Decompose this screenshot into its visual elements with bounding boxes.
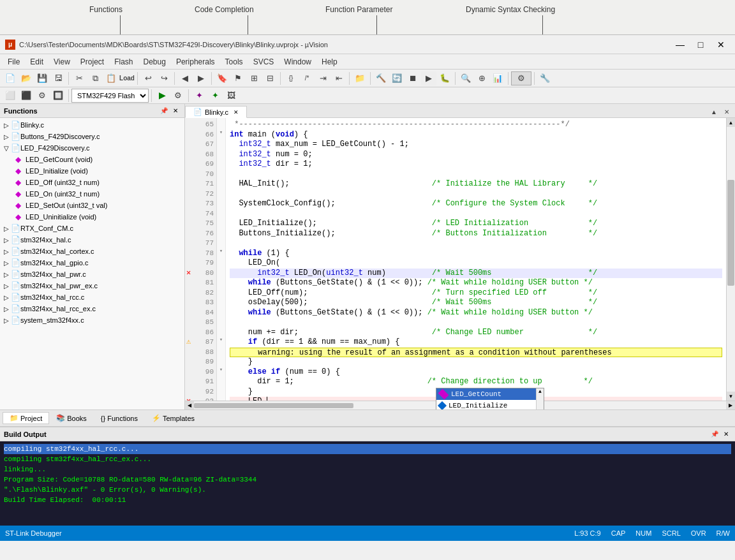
scroll-right-btn[interactable]: ▶	[726, 401, 735, 410]
zoom-btn[interactable]: 🔍	[458, 71, 473, 85]
expand-led[interactable]: ▽	[3, 144, 10, 152]
tree-item-led-getcount[interactable]: ◆ LED_GetCount (void)	[0, 154, 184, 165]
ac-item-led-getcount[interactable]: LED_GetCount	[436, 388, 544, 400]
rebuild-btn[interactable]: 🔄	[389, 71, 405, 85]
tree-item-led-on[interactable]: ◆ LED_On (uint32_t num)	[0, 188, 184, 200]
expand-hal-cortex[interactable]: ▷	[3, 247, 10, 255]
panel-pin-btn[interactable]: 📌	[159, 106, 169, 116]
editor-nav-up[interactable]: ▲	[708, 106, 720, 117]
indent-btn[interactable]: ⇥	[315, 71, 330, 85]
expand-hal-rcc[interactable]: ▷	[3, 293, 10, 301]
scroll-down-btn[interactable]: ▼	[727, 392, 735, 401]
build-content[interactable]: compiling stm32f4xx_hal_rcc.c... compili…	[0, 441, 735, 526]
autocomplete-dropdown[interactable]: LED_GetCount LED_Initialize LED_Off LED_…	[436, 388, 544, 409]
settings-btn[interactable]: ⚙	[511, 71, 531, 85]
debug4-btn[interactable]: ⚙	[34, 89, 50, 103]
tree-item-hal-pwr-ex[interactable]: ▷ 📄 stm32f4xx_hal_pwr_ex.c	[0, 280, 184, 291]
debug2-btn[interactable]: ⬜	[3, 89, 18, 103]
tools-btn[interactable]: 🔧	[537, 71, 553, 85]
scroll-up-btn[interactable]: ▲	[727, 118, 735, 127]
save-btn[interactable]: 💾	[34, 71, 50, 85]
toolbar-btn7[interactable]: ⊟	[262, 71, 278, 85]
tab-functions[interactable]: {} Functions	[94, 413, 145, 424]
magic-btn[interactable]: ✦	[191, 89, 207, 103]
exp-78[interactable]: ▾	[217, 247, 225, 257]
maximize-button[interactable]: □	[692, 38, 709, 52]
ac-scroll-up[interactable]: ▲	[538, 388, 542, 394]
ac-item-led-initialize[interactable]: LED_Initialize	[436, 400, 544, 409]
exp-66[interactable]: ▾	[217, 128, 225, 138]
expand-rtx[interactable]: ▷	[3, 225, 10, 232]
tree-item-led-setout[interactable]: ◆ LED_SetOut (uint32_t val)	[0, 200, 184, 211]
tree-item-hal-rcc[interactable]: ▷ 📄 stm32f4xx_hal_rcc.c	[0, 291, 184, 303]
expand-blinky[interactable]: ▷	[3, 121, 10, 129]
editor-close[interactable]: ✕	[721, 106, 732, 117]
debug-btn[interactable]: 🐛	[437, 71, 452, 85]
toolbar-btn8[interactable]: ⊕	[474, 71, 489, 85]
editor-tab-blinky[interactable]: 📄 Blinky.c ✕	[185, 106, 247, 118]
panel-close-btn[interactable]: ✕	[170, 106, 181, 116]
tree-item-led-uninit[interactable]: ◆ LED_Uninitialize (void)	[0, 211, 184, 223]
code-content[interactable]: *---------------------------------------…	[226, 118, 726, 401]
new-file-btn[interactable]: 📄	[3, 71, 18, 85]
scroll-left-btn[interactable]: ◀	[185, 401, 194, 410]
find-btn[interactable]: Load	[119, 71, 135, 85]
tree-item-blinky[interactable]: ▷ 📄 Blinky.c	[0, 119, 184, 131]
open-file-btn2[interactable]: 📁	[352, 71, 368, 85]
exp-90[interactable]: ▾	[217, 365, 225, 376]
build-pin-btn[interactable]: 📌	[709, 429, 720, 439]
debug5-btn[interactable]: 🔲	[50, 89, 66, 103]
editor-vscroll[interactable]: ▲ ▼	[726, 118, 735, 401]
tree-item-buttons[interactable]: ▷ 📄 Buttons_F429Discovery.c	[0, 131, 184, 142]
expand-hal-gpio[interactable]: ▷	[3, 259, 10, 267]
tree-item-hal[interactable]: ▷ 📄 stm32f4xx_hal.c	[0, 234, 184, 246]
toolbar-btn6[interactable]: ⊞	[246, 71, 262, 85]
run-btn[interactable]: ▶	[421, 71, 436, 85]
menu-view[interactable]: View	[48, 56, 75, 68]
expand-sys[interactable]: ▷	[3, 316, 10, 324]
build-btn[interactable]: 🔨	[373, 71, 389, 85]
scroll-thumb[interactable]	[727, 180, 734, 286]
close-button[interactable]: ✕	[712, 38, 730, 52]
menu-svcs[interactable]: SVCS	[248, 56, 279, 68]
tab-templates[interactable]: ⚡ Templates	[145, 412, 202, 424]
menu-edit[interactable]: Edit	[25, 56, 48, 68]
device-dropdown[interactable]: STM32F429 Flash	[71, 89, 149, 103]
undo-btn[interactable]: ↩	[140, 71, 156, 85]
menu-help[interactable]: Help	[316, 56, 343, 68]
tree-item-hal-pwr[interactable]: ▷ 📄 stm32f4xx_hal_pwr.c	[0, 269, 184, 280]
tree-item-rtx[interactable]: ▷ 📄 RTX_Conf_CM.c	[0, 223, 184, 234]
tree-item-hal-gpio[interactable]: ▷ 📄 stm32f4xx_hal_gpio.c	[0, 257, 184, 269]
expand-hal-pwr[interactable]: ▷	[3, 270, 10, 278]
cut-btn[interactable]: ✂	[71, 71, 87, 85]
expand-hal-pwr-ex[interactable]: ▷	[3, 282, 10, 290]
nav-fwd-btn[interactable]: ▶	[193, 71, 209, 85]
tree-item-led-off[interactable]: ◆ LED_Off (uint32_t num)	[0, 177, 184, 188]
tab-books[interactable]: 📚 Books	[49, 412, 94, 424]
menu-flash[interactable]: Flash	[109, 56, 138, 68]
img-btn[interactable]: 🖼	[223, 89, 239, 103]
expand-buttons[interactable]: ▷	[3, 133, 10, 140]
menu-debug[interactable]: Debug	[138, 56, 171, 68]
expand-hal-rcc-ex[interactable]: ▷	[3, 305, 10, 313]
tab-close-icon[interactable]: ✕	[234, 109, 239, 115]
menu-window[interactable]: Window	[279, 56, 316, 68]
build-close-btn[interactable]: ✕	[721, 429, 731, 439]
save-all-btn[interactable]: 🖫	[50, 71, 66, 85]
run2-btn[interactable]: ▶	[154, 89, 170, 103]
tab-project[interactable]: 📁 Project	[3, 412, 49, 424]
tree-item-led[interactable]: ▽ 📄 LED_F429Discovery.c	[0, 142, 184, 154]
unindent-btn[interactable]: ⇤	[331, 71, 346, 85]
menu-file[interactable]: File	[3, 56, 25, 68]
stop-btn[interactable]: ⏹	[405, 71, 420, 85]
tree-item-hal-rcc-ex[interactable]: ▷ 📄 stm32f4xx_hal_rcc_ex.c	[0, 303, 184, 314]
menu-project[interactable]: Project	[75, 56, 109, 68]
debug3-btn[interactable]: ⬛	[19, 89, 34, 103]
open-btn[interactable]: 📂	[19, 71, 34, 85]
minimize-button[interactable]: —	[671, 38, 689, 52]
paste-btn[interactable]: 📋	[103, 71, 119, 85]
hscroll-thumb[interactable]	[194, 403, 353, 408]
expand-hal[interactable]: ▷	[3, 236, 10, 244]
uncomment-btn[interactable]: /*	[299, 71, 315, 85]
menu-peripherals[interactable]: Peripherals	[171, 56, 220, 68]
